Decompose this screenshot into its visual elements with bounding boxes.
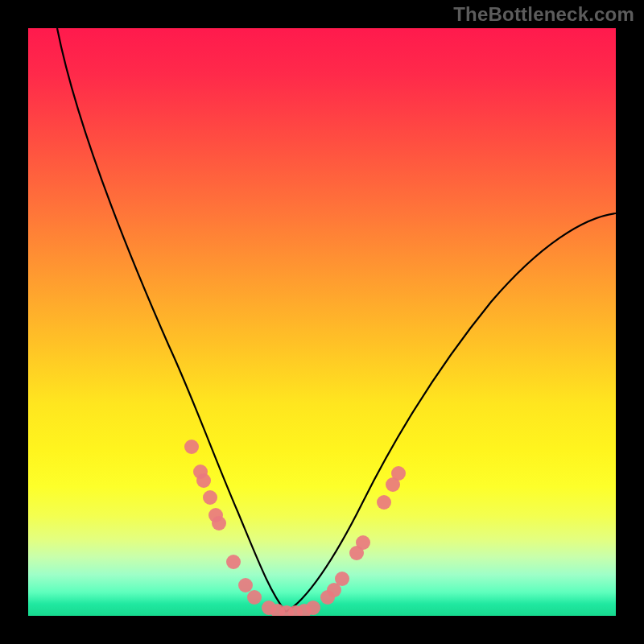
data-marker — [212, 516, 226, 530]
data-marker — [226, 555, 241, 569]
marker-group — [184, 440, 406, 616]
data-marker — [391, 466, 406, 481]
chart-svg — [28, 28, 616, 616]
data-marker — [356, 535, 370, 550]
data-marker — [184, 440, 199, 454]
data-marker — [238, 578, 253, 592]
watermark-label: TheBottleneck.com — [453, 3, 634, 26]
data-marker — [203, 490, 217, 505]
data-marker — [196, 473, 211, 488]
plot-area — [28, 28, 616, 616]
data-marker — [377, 495, 391, 510]
data-marker — [247, 590, 262, 605]
left-curve — [57, 28, 286, 612]
data-marker — [335, 572, 349, 586]
data-marker — [306, 601, 320, 615]
right-curve — [286, 213, 616, 612]
chart-frame: TheBottleneck.com — [0, 0, 644, 644]
